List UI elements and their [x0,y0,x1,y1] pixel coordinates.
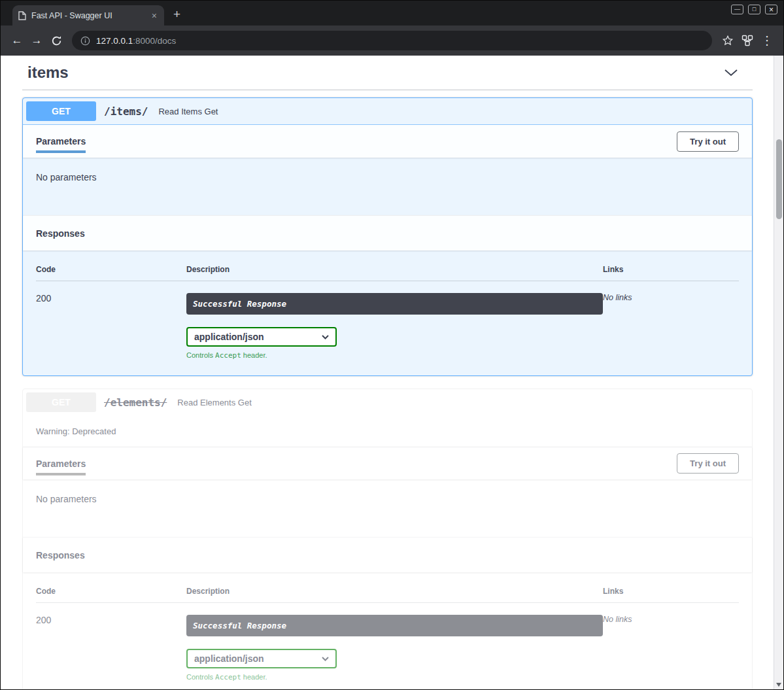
tab-title: Fast API - Swagger UI [31,11,145,20]
opblock-body: Parameters Try it out No parameters Resp… [23,125,752,375]
accept-note-prefix: Controls [186,351,215,359]
opblock-summary-items[interactable]: GET /items/ Read Items Get [23,98,752,125]
bookmark-star-icon[interactable] [718,31,738,50]
opblock-get-elements-deprecated: GET /elements/ Read Elements Get Warning… [22,388,753,689]
url-host: 127.0.0.1 [96,36,133,46]
section-collapse-chevron-icon[interactable] [724,69,745,77]
accept-code: Accept [215,673,241,681]
description-column-header: Description [186,265,603,281]
window-titlebar: Fast API - Swagger UI × + — □ × [1,1,783,26]
parameters-tab-label: Parameters [36,136,86,147]
window-close-button[interactable]: × [765,5,777,14]
accept-header-note: Controls Accept header. [186,673,603,681]
url-text: 127.0.0.1:8000/docs [96,36,176,46]
http-method-badge: GET [26,392,96,412]
site-info-icon[interactable] [80,36,90,46]
http-method-badge: GET [26,101,96,121]
links-column-header: Links [603,265,739,281]
url-path: :8000/docs [133,36,176,46]
parameters-header-row: Parameters Try it out [23,125,752,158]
select-chevron-icon [322,657,329,661]
swagger-page: items GET /items/ Read Items Get Paramet… [1,56,783,689]
parameters-body: No parameters [23,158,752,215]
accept-note-prefix: Controls [186,673,215,681]
tag-section-header[interactable]: items [22,58,753,90]
scrollbar-down-arrow[interactable] [776,683,781,687]
no-parameters-text: No parameters [36,172,739,182]
responses-header-row: Responses [23,537,752,572]
code-column-header: Code [36,265,186,281]
page-content: items GET /items/ Read Items Get Paramet… [1,56,783,689]
media-type-select[interactable]: application/json [186,327,337,347]
parameters-tab-label: Parameters [36,458,86,469]
no-parameters-text: No parameters [36,494,739,504]
response-description-box: Successful Response [186,615,603,636]
endpoint-summary: Read Elements Get [175,398,251,407]
accept-note-suffix: header. [241,351,267,359]
window-maximize-button[interactable]: □ [748,5,760,14]
code-column-header: Code [36,587,186,603]
tab-close-icon[interactable]: × [150,11,158,20]
links-column-header: Links [603,587,739,603]
back-button[interactable]: ← [7,31,27,50]
new-tab-button[interactable]: + [173,8,180,20]
parameters-body: No parameters [23,479,752,537]
browser-tab[interactable]: Fast API - Swagger UI × [12,5,164,26]
media-type-value: application/json [194,332,264,342]
opblock-summary-elements[interactable]: GET /elements/ Read Elements Get [23,389,752,415]
reload-button[interactable] [46,31,66,50]
accept-header-note: Controls Accept header. [186,351,603,360]
section-title: items [27,63,69,82]
select-chevron-icon [322,335,329,339]
response-code-cell: 200 [36,281,186,360]
scrollbar-thumb[interactable] [776,139,782,219]
tab-groups-icon[interactable] [738,31,757,50]
response-description-box: Successful Response [186,293,603,315]
responses-heading: Responses [36,550,85,561]
parameters-header-row: Parameters Try it out [23,447,752,479]
opblock-get-items: GET /items/ Read Items Get Parameters Tr… [22,97,753,376]
responses-heading: Responses [36,228,85,239]
response-code-cell: 200 [36,603,186,681]
endpoint-path: /items/ [100,105,152,118]
window-controls: — □ × [731,5,777,14]
deprecated-warning: Warning: Deprecated [23,415,752,447]
response-links-cell: No links [603,603,739,681]
endpoint-summary: Read Items Get [156,107,218,116]
try-it-out-button[interactable]: Try it out [677,453,739,474]
browser-window: Fast API - Swagger UI × + — □ × ← → 127.… [0,0,784,690]
description-column-header: Description [186,587,603,603]
forward-button[interactable]: → [27,31,46,50]
page-favicon-icon [18,11,26,20]
endpoint-path: /elements/ [100,396,171,409]
address-bar[interactable]: 127.0.0.1:8000/docs [72,31,712,50]
responses-table: Code Description Links 200 Successful Re… [23,250,752,375]
accept-note-suffix: header. [241,673,267,681]
response-description-cell: Successful Response application/json Con… [186,603,603,681]
menu-kebab-icon[interactable]: ⋮ [757,31,777,50]
try-it-out-button[interactable]: Try it out [677,131,739,152]
browser-toolbar: ← → 127.0.0.1:8000/docs ⋮ [1,26,783,56]
media-type-value: application/json [194,653,264,664]
media-type-select[interactable]: application/json [186,649,337,668]
opblock-body: Parameters Try it out No parameters Resp… [23,447,752,689]
window-minimize-button[interactable]: — [731,5,743,14]
responses-table: Code Description Links 200 Successful Re… [23,572,752,689]
scrollbar[interactable] [774,56,783,689]
response-description-cell: Successful Response application/json Con… [186,281,603,360]
responses-header-row: Responses [23,215,752,250]
response-links-cell: No links [603,281,739,360]
tab-parameters[interactable]: Parameters [36,458,86,470]
accept-code: Accept [215,351,241,360]
tab-parameters[interactable]: Parameters [36,135,86,147]
